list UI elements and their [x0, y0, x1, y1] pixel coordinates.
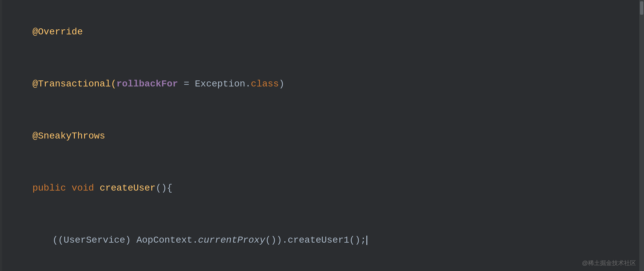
- annotation-sneaky: @SneakyThrows: [32, 131, 105, 141]
- scrollbar-thumb[interactable]: [640, 1, 643, 15]
- code-line-5: ((UserService) AopContext.currentProxy()…: [10, 214, 644, 266]
- code-line-6: throw new RuntimeException();: [10, 266, 644, 271]
- code-editor: @Override @Transactional(rollbackFor = E…: [0, 0, 644, 271]
- code-line-2: @Transactional(rollbackFor = Exception.c…: [10, 58, 644, 110]
- code-line-1: @Override: [10, 6, 644, 58]
- code-line-4: public void createUser(){: [10, 162, 644, 214]
- left-gutter: [0, 0, 2, 271]
- method-createuser: createUser: [100, 183, 156, 193]
- param-rollbackfor: rollbackFor: [116, 79, 178, 89]
- annotation-override: @Override: [32, 27, 83, 37]
- watermark: @稀土掘金技术社区: [582, 259, 636, 267]
- scrollbar[interactable]: [639, 0, 644, 271]
- code-line-3: @SneakyThrows: [10, 110, 644, 162]
- annotation-transactional: @Transactional(: [32, 79, 116, 89]
- text-cursor: [366, 236, 367, 245]
